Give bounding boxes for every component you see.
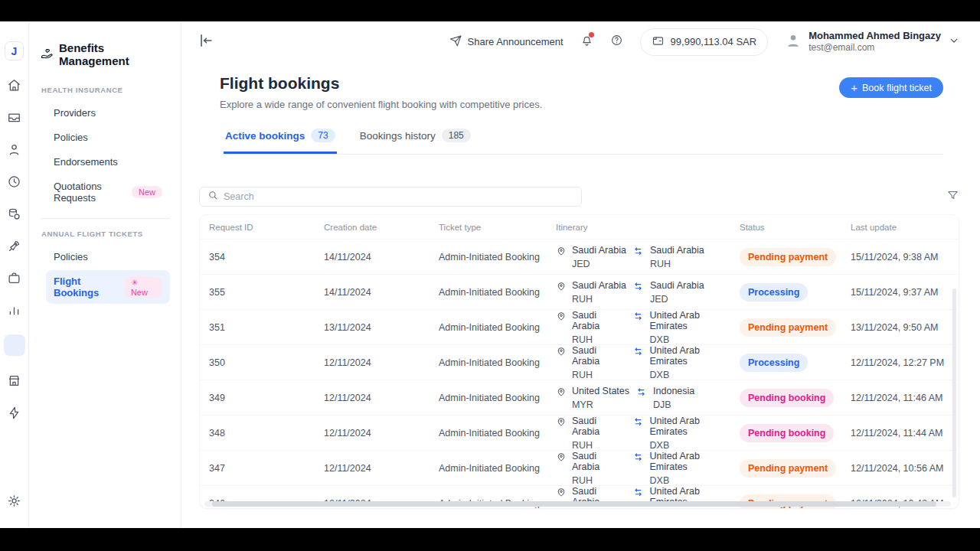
collapse-sidebar-icon[interactable]: [198, 32, 214, 52]
sidebar-item-policies[interactable]: Policies: [46, 126, 170, 148]
vertical-scrollbar[interactable]: [952, 289, 956, 497]
last-update: 15/11/2024, 9:38 AM: [851, 252, 959, 262]
avatar-icon: [785, 32, 802, 52]
inbox-icon[interactable]: [7, 109, 22, 125]
chevron-down-icon: [948, 34, 960, 50]
sidebar-title: Benefits Management: [40, 41, 170, 67]
search-icon: [207, 190, 218, 204]
request-id: 354: [209, 252, 324, 262]
status-badge: Pending payment: [740, 459, 836, 478]
itinerary: Saudi ArabiaRUH United Arab EmiratesDXB: [556, 451, 740, 486]
col-request-id: Request ID: [209, 223, 324, 232]
home-icon[interactable]: [7, 77, 22, 93]
tabs: Active bookings 73 Bookings history 185: [224, 124, 943, 155]
ticket-type: Admin-Initiated Booking: [439, 428, 556, 439]
swap-arrows-icon: [633, 451, 643, 486]
users-icon[interactable]: [7, 142, 22, 157]
book-flight-ticket-button[interactable]: + Book flight ticket: [839, 77, 943, 98]
table-row[interactable]: 355 14/11/2024 Admin-Initiated Booking S…: [200, 274, 959, 309]
notification-dot: [589, 32, 594, 37]
creation-date: 12/11/2024: [324, 393, 439, 403]
filter-icon[interactable]: [946, 189, 959, 205]
section-label-health-insurance: HEALTH INSURANCE: [41, 86, 170, 94]
sidebar-item-flight-policies[interactable]: Policies: [46, 246, 170, 268]
page-title: Flight bookings: [220, 74, 542, 93]
icon-rail: J: [0, 21, 29, 528]
paper-plane-icon: [449, 34, 462, 50]
swap-arrows-icon: [633, 245, 643, 269]
request-id: 355: [209, 287, 324, 298]
table-row[interactable]: 351 13/11/2024 Admin-Initiated Booking S…: [200, 309, 959, 344]
request-id: 347: [209, 463, 324, 474]
itinerary: Saudi ArabiaRUH Saudi ArabiaJED: [556, 280, 740, 305]
main-area: Share Announcement 99,990,113.04 SAR: [181, 21, 980, 528]
sidebar-item-quotations-requests[interactable]: Quotations Requests New: [46, 175, 170, 209]
creation-date: 14/11/2024: [324, 252, 439, 262]
status-badge: Pending booking: [740, 389, 834, 407]
store-icon[interactable]: [7, 373, 22, 388]
clock-icon[interactable]: [7, 174, 22, 189]
request-id: 349: [209, 393, 324, 403]
itinerary: Saudi ArabiaJED Saudi ArabiaRUH: [556, 245, 740, 269]
sidebar-item-flight-bookings[interactable]: Flight Bookings ✳ New: [46, 270, 170, 304]
settings-icon[interactable]: [7, 493, 22, 508]
user-email: test@email.com: [808, 42, 941, 54]
table-row[interactable]: 348 12/11/2024 Admin-Initiated Booking S…: [200, 415, 959, 450]
benefits-hand-icon: [40, 47, 54, 63]
app-logo[interactable]: J: [5, 41, 24, 60]
bookings-history-count-badge: 185: [442, 129, 471, 142]
last-update: 15/11/2024, 9:37 AM: [851, 287, 959, 298]
sidebar-item-endorsements[interactable]: Endorsements: [46, 151, 170, 173]
col-last-update: Last update: [851, 223, 959, 232]
tab-bookings-history[interactable]: Bookings history 185: [358, 124, 472, 154]
bookings-table: Request ID Creation date Ticket type Iti…: [199, 214, 959, 509]
user-menu[interactable]: Mohammed Ahmed Bingazy test@email.com: [785, 30, 960, 54]
ticket-type: Admin-Initiated Booking: [439, 357, 556, 368]
creation-date: 13/11/2024: [324, 322, 439, 333]
share-announcement-button[interactable]: Share Announcement: [449, 34, 564, 50]
notifications-bell-icon[interactable]: [580, 34, 593, 50]
status-badge: Pending booking: [740, 424, 834, 442]
search-input[interactable]: [224, 191, 573, 202]
top-header: Share Announcement 99,990,113.04 SAR: [181, 21, 980, 62]
status-badge: Processing: [740, 283, 808, 302]
horizontal-scrollbar[interactable]: [204, 501, 951, 507]
search-filter-row: [199, 187, 959, 207]
horizontal-scrollbar-thumb[interactable]: [212, 501, 936, 507]
benefits-icon[interactable]: [4, 334, 25, 356]
ticket-type: Admin-Initiated Booking: [439, 322, 556, 333]
table-row[interactable]: 354 14/11/2024 Admin-Initiated Booking S…: [200, 239, 959, 274]
table-row[interactable]: 347 12/11/2024 Admin-Initiated Booking S…: [200, 450, 959, 485]
sidebar-divider: [41, 218, 170, 219]
status-badge: Processing: [740, 354, 808, 372]
location-pin-icon: [556, 245, 567, 259]
swap-arrows-icon: [633, 280, 643, 305]
location-pin-icon: [556, 386, 567, 399]
table-row[interactable]: 349 12/11/2024 Admin-Initiated Booking U…: [200, 380, 959, 415]
coins-icon[interactable]: [7, 206, 22, 221]
col-itinerary: Itinerary: [556, 223, 740, 232]
itinerary: Saudi ArabiaRUH United Arab EmiratesDXB: [556, 416, 740, 451]
briefcase-icon[interactable]: [7, 270, 22, 285]
col-creation-date: Creation date: [324, 223, 439, 232]
chart-icon[interactable]: [7, 302, 22, 318]
table-row[interactable]: 350 12/11/2024 Admin-Initiated Booking S…: [200, 344, 959, 380]
location-pin-icon: [556, 451, 567, 465]
wallet-balance-pill[interactable]: 99,990,113.04 SAR: [640, 28, 769, 56]
creation-date: 14/11/2024: [324, 287, 439, 298]
creation-date: 12/11/2024: [324, 463, 439, 474]
col-status: Status: [740, 223, 851, 232]
request-id: 350: [209, 357, 324, 368]
creation-date: 12/11/2024: [324, 357, 439, 368]
help-icon[interactable]: [610, 34, 623, 50]
location-pin-icon: [556, 310, 567, 324]
tab-active-bookings[interactable]: Active bookings 73: [224, 124, 337, 154]
sidebar-item-providers[interactable]: Providers: [46, 102, 170, 124]
ticket-type: Admin-Initiated Booking: [439, 287, 556, 298]
last-update: 12/11/2024, 10:56 AM: [851, 463, 959, 474]
last-update: 12/11/2024, 12:27 PM: [851, 357, 959, 368]
rocket-icon[interactable]: [7, 238, 22, 253]
col-ticket-type: Ticket type: [439, 223, 556, 232]
zap-icon[interactable]: [7, 405, 22, 420]
sidebar: Benefits Management HEALTH INSURANCE Pro…: [29, 21, 181, 528]
